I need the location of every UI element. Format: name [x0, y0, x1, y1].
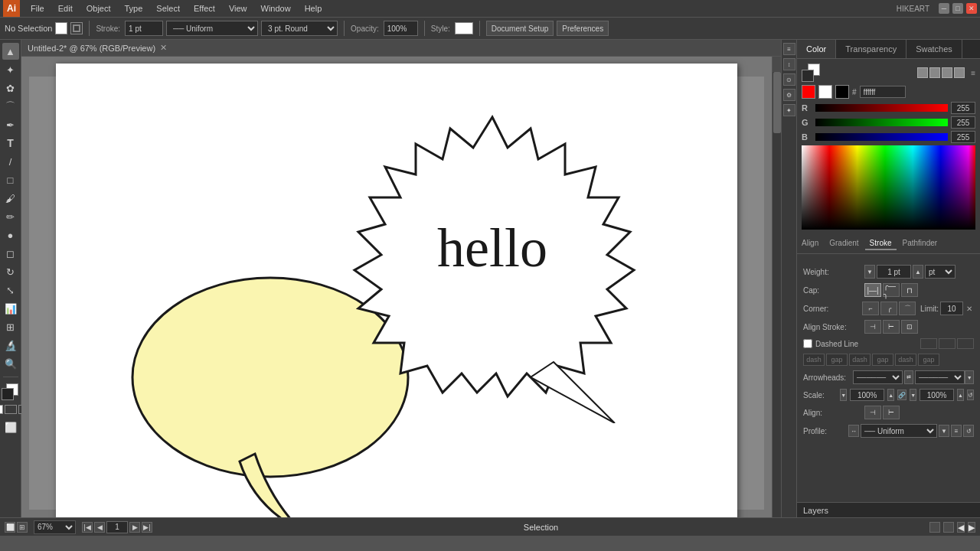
hex-input[interactable]: [860, 86, 906, 98]
butt-cap-btn[interactable]: |—|: [864, 283, 881, 297]
profile-flip-btn[interactable]: ↔: [848, 425, 859, 437]
fill-color-swatch[interactable]: [55, 22, 67, 34]
pencil-tool[interactable]: ✏: [2, 208, 19, 225]
sub-tab-align[interactable]: Align: [797, 237, 823, 250]
panel-icon-4[interactable]: ⚙: [783, 89, 795, 101]
color-gradient-picker[interactable]: [802, 145, 975, 230]
status-right-btn1[interactable]: [929, 522, 940, 533]
color-icon2[interactable]: [929, 67, 940, 78]
menu-file[interactable]: File: [24, 2, 51, 15]
align-inside-btn[interactable]: ⊢: [883, 320, 900, 334]
line-tool[interactable]: /: [2, 153, 19, 170]
prev-page-btn[interactable]: ◀: [94, 522, 105, 533]
limit-input[interactable]: [940, 302, 963, 315]
panel-icon-2[interactable]: ↕: [783, 58, 795, 70]
graph-tool[interactable]: 📊: [2, 300, 19, 317]
color-icon3[interactable]: [942, 67, 952, 78]
scale2-increment[interactable]: ▲: [957, 389, 964, 401]
b-slider[interactable]: [815, 133, 948, 141]
tab-swatches[interactable]: Swatches: [906, 40, 962, 58]
g-value-input[interactable]: [951, 116, 975, 129]
dash-style-3[interactable]: [957, 338, 974, 349]
color-icon4[interactable]: [954, 67, 965, 78]
arrow-start-select[interactable]: ──────: [853, 370, 903, 384]
direct-selection-tool[interactable]: ✦: [2, 61, 19, 78]
blob-brush-tool[interactable]: ●: [2, 227, 19, 243]
round-corner-btn[interactable]: ╭: [880, 302, 897, 315]
align-center-btn[interactable]: ⊣: [864, 320, 881, 334]
align-btn-2[interactable]: ⊢: [883, 406, 900, 419]
g-slider[interactable]: [815, 119, 948, 126]
black-swatch[interactable]: [835, 85, 849, 99]
scale2-decrement[interactable]: ▼: [910, 389, 916, 401]
menu-window[interactable]: Window: [255, 2, 297, 15]
scroll-thumb[interactable]: [773, 72, 781, 133]
mesh-tool[interactable]: ⊞: [2, 318, 19, 335]
align-btn-1[interactable]: ⊣: [864, 406, 881, 419]
document-setup-button[interactable]: Document Setup: [486, 21, 554, 36]
gap-input-2[interactable]: [872, 354, 893, 366]
profile-btn-3[interactable]: ↺: [963, 425, 974, 437]
b-value-input[interactable]: [951, 131, 975, 143]
menu-type[interactable]: Type: [119, 2, 149, 15]
menu-edit[interactable]: Edit: [52, 2, 79, 15]
bevel-corner-btn[interactable]: ⌒: [899, 302, 916, 315]
zoom-tool[interactable]: 🔍: [2, 355, 19, 372]
next-page-btn[interactable]: ▶: [129, 522, 140, 533]
type-tool[interactable]: T: [2, 135, 19, 152]
dash-style-1[interactable]: [920, 338, 937, 349]
scale1-decrement[interactable]: ▼: [840, 389, 847, 401]
rectangle-tool[interactable]: □: [2, 171, 19, 188]
weight-increment[interactable]: ▲: [913, 265, 923, 279]
round-cap-btn[interactable]: ╭—╮: [883, 283, 900, 297]
dash-input-1[interactable]: [803, 354, 825, 366]
scale-reset-btn[interactable]: ↺: [967, 390, 974, 400]
square-cap-btn[interactable]: ⊓: [901, 283, 918, 297]
status-right-btn3[interactable]: ◀: [957, 522, 965, 533]
status-icon2[interactable]: ⊞: [17, 522, 28, 533]
r-slider[interactable]: [815, 104, 948, 112]
zoom-select[interactable]: 67%: [34, 520, 76, 534]
white-fill-icon[interactable]: [0, 405, 3, 414]
artboard-tool[interactable]: ⬜: [2, 419, 19, 435]
arrow-swap-btn[interactable]: ⇄: [904, 370, 913, 384]
stroke-profile-select[interactable]: ── Uniform: [166, 21, 258, 36]
style-swatch[interactable]: [455, 22, 473, 34]
first-page-btn[interactable]: |◀: [82, 522, 93, 533]
dashed-line-checkbox[interactable]: [803, 339, 812, 348]
arrow-end-select[interactable]: ──────: [915, 370, 965, 384]
paintbrush-tool[interactable]: 🖌: [2, 190, 19, 207]
doc-tab-close[interactable]: ✕: [160, 43, 167, 53]
sub-tab-pathfinder[interactable]: Pathfinder: [898, 237, 942, 250]
color-icon1[interactable]: [917, 67, 928, 78]
close-button[interactable]: ✕: [966, 3, 977, 14]
arrow-end-btn[interactable]: ▼: [965, 370, 974, 384]
opacity-input[interactable]: [384, 21, 418, 36]
sub-tab-stroke[interactable]: Stroke: [865, 237, 897, 250]
scale1-input[interactable]: [850, 389, 884, 401]
none-fill-icon[interactable]: [5, 405, 17, 414]
page-input[interactable]: [106, 521, 128, 533]
sub-tab-gradient[interactable]: Gradient: [825, 237, 863, 250]
profile-select[interactable]: ── Uniform: [861, 424, 937, 438]
scale-link-btn[interactable]: 🔗: [897, 390, 906, 400]
weight-input[interactable]: [877, 265, 911, 279]
stroke-round-select[interactable]: 3 pt. Round: [261, 21, 338, 36]
stroke-indicator[interactable]: [2, 388, 14, 400]
panel-icon-1[interactable]: ≡: [783, 43, 795, 55]
minimize-button[interactable]: ─: [939, 3, 949, 14]
menu-select[interactable]: Select: [150, 2, 186, 15]
panel-icon-3[interactable]: ⊙: [783, 73, 795, 86]
r-value-input[interactable]: [951, 102, 975, 114]
lasso-tool[interactable]: ⌒: [2, 98, 19, 115]
preferences-button[interactable]: Preferences: [557, 21, 609, 36]
menu-view[interactable]: View: [223, 2, 253, 15]
scale1-increment[interactable]: ▲: [887, 389, 894, 401]
pen-tool[interactable]: ✒: [2, 116, 19, 133]
vertical-scrollbar[interactable]: [772, 57, 781, 517]
scale2-input[interactable]: [920, 389, 954, 401]
panel-menu-icon[interactable]: ≡: [971, 69, 975, 77]
status-right-btn2[interactable]: [943, 522, 954, 533]
gap-input-3[interactable]: [918, 354, 939, 366]
panel-icon-5[interactable]: ✦: [783, 104, 795, 116]
